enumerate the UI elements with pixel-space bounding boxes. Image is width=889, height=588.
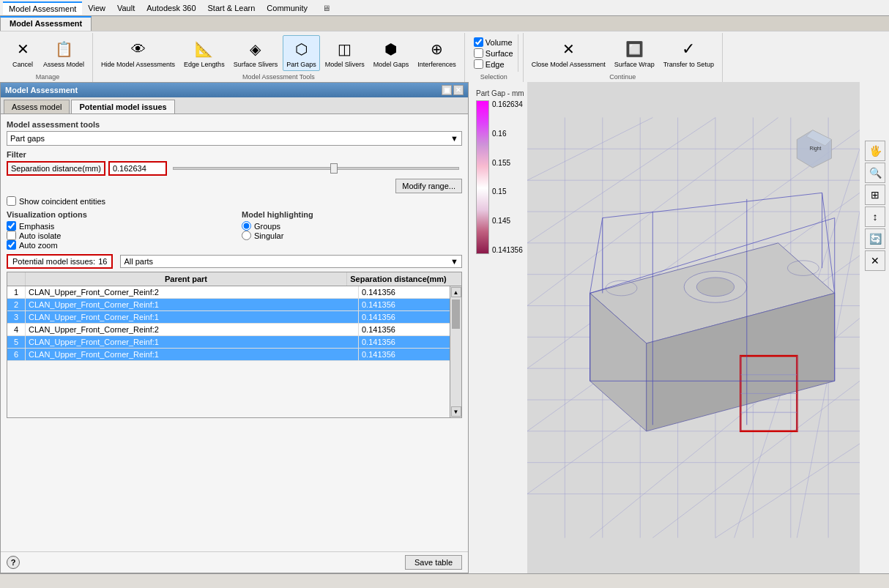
tools-dropdown[interactable]: Part gaps ▼ <box>7 131 462 146</box>
slider-track <box>173 161 459 176</box>
model-gaps-icon: ⬢ <box>379 37 403 61</box>
menu-autodesk360[interactable]: Autodesk 360 <box>141 2 201 14</box>
volume-label: Volume <box>486 38 513 47</box>
slider-thumb[interactable] <box>330 163 338 174</box>
auto-isolate-checkbox[interactable] <box>7 231 16 240</box>
show-coincident-checkbox[interactable] <box>7 196 16 206</box>
assess-model-button[interactable]: 📋 Assess Model <box>40 35 88 71</box>
table-row[interactable]: 6 CLAN_Upper_Front_Corner_Reinf:1 0.1413… <box>7 349 461 361</box>
viz-section: Visualization options Emphasis Auto isol… <box>7 210 227 250</box>
viz-label: Visualization options <box>7 210 227 219</box>
scrollbar-thumb[interactable] <box>452 299 460 329</box>
modify-range-button[interactable]: Modify range... <box>395 179 462 193</box>
surface-wrap-button[interactable]: 🔲 Surface Wrap <box>611 35 658 71</box>
groups-radio[interactable] <box>242 221 251 231</box>
nav-close-btn[interactable]: ✕ <box>865 250 885 271</box>
singular-radio-row: Singular <box>242 231 462 240</box>
menu-model-assessment[interactable]: Model Assessment <box>3 1 82 15</box>
emphasis-checkbox[interactable] <box>7 221 16 231</box>
row4-part: CLAN_Upper_Front_Corner_Reinf:2 <box>26 324 359 335</box>
menu-view[interactable]: View <box>82 2 111 14</box>
part-gaps-button[interactable]: ⬡ Part Gaps <box>283 35 320 71</box>
table-scrollbar[interactable]: ▲ ▼ <box>450 286 461 417</box>
singular-radio-label: Singular <box>254 231 283 240</box>
model-slivers-label: Model Slivers <box>325 61 365 69</box>
row3-sep: 0.141356 <box>359 311 461 323</box>
row2-part: CLAN_Upper_Front_Corner_Reinf:1 <box>26 299 359 310</box>
cancel-button[interactable]: ✕ Cancel <box>7 35 38 71</box>
menu-community[interactable]: Community <box>261 2 313 14</box>
tab-potential-issues[interactable]: Potential model issues <box>71 100 174 113</box>
ribbon-group-continue: ✕ Close Model Assessment 🔲 Surface Wrap … <box>524 33 723 82</box>
nav-zoom-btn[interactable]: 🔍 <box>865 163 885 183</box>
close-model-assessment-button[interactable]: ✕ Close Model Assessment <box>528 35 609 71</box>
table-row[interactable]: 1 CLAN_Upper_Front_Corner_Reinf:2 0.1413… <box>7 286 461 299</box>
edge-checkbox-row[interactable]: Edge <box>474 59 513 69</box>
volume-checkbox-row[interactable]: Volume <box>474 37 513 47</box>
separation-distance-label: Separation distance(mm) <box>7 161 105 176</box>
volume-checkbox[interactable] <box>474 37 483 47</box>
model-svg: Right <box>527 82 860 573</box>
row4-num: 4 <box>7 324 26 335</box>
save-table-button[interactable]: Save table <box>405 555 462 570</box>
close-assessment-icon: ✕ <box>557 37 580 61</box>
nav-fit-btn[interactable]: ⊞ <box>865 185 885 205</box>
interferences-button[interactable]: ⊕ Interferences <box>414 35 460 71</box>
row6-num: 6 <box>7 349 26 360</box>
issues-filter-arrow: ▼ <box>450 257 458 266</box>
table-row[interactable]: 2 CLAN_Upper_Front_Corner_Reinf:1 0.1413… <box>7 299 461 311</box>
manage-buttons: ✕ Cancel 📋 Assess Model <box>7 34 88 72</box>
help-button[interactable]: ? <box>7 556 20 569</box>
tools-dropdown-value: Part gaps <box>10 134 45 143</box>
separation-distance-input[interactable] <box>108 161 167 176</box>
row5-part: CLAN_Upper_Front_Corner_Reinf:1 <box>26 336 359 348</box>
transfer-icon: ✓ <box>677 37 700 61</box>
ribbon: Model Assessment ✕ Cancel 📋 Assess Model… <box>0 16 889 82</box>
tools-buttons: 👁 Hide Model Assessments 📐 Edge Lengths … <box>97 34 460 72</box>
panel-close-button[interactable]: ✕ <box>453 85 464 95</box>
scroll-up-btn[interactable]: ▲ <box>451 287 461 297</box>
surface-checkbox[interactable] <box>474 48 483 58</box>
model-slivers-button[interactable]: ◫ Model Slivers <box>321 35 368 71</box>
singular-radio[interactable] <box>242 231 251 240</box>
status-bar <box>0 573 889 588</box>
edge-lengths-button[interactable]: 📐 Edge Lengths <box>180 35 228 71</box>
hide-model-assessments-button[interactable]: 👁 Hide Model Assessments <box>97 35 179 71</box>
svg-point-38 <box>696 278 734 297</box>
svg-text:Right: Right <box>809 146 821 152</box>
viewport-3d[interactable]: Right <box>527 82 860 573</box>
table-row[interactable]: 4 CLAN_Upper_Front_Corner_Reinf:2 0.1413… <box>7 324 461 336</box>
model-highlighting-section: Model highlighting Groups Singular <box>242 210 462 250</box>
tab-assess-model[interactable]: Assess model <box>4 100 70 113</box>
part-gaps-icon: ⬡ <box>289 37 313 61</box>
nav-pan-btn[interactable]: 🖐 <box>865 141 885 161</box>
nav-rotate-btn[interactable]: 🔄 <box>865 228 885 249</box>
panel-restore-button[interactable]: ▣ <box>442 85 452 95</box>
svg-line-48 <box>603 193 822 217</box>
scroll-down-btn[interactable]: ▼ <box>451 406 461 417</box>
surface-slivers-button[interactable]: ◈ Surface Slivers <box>230 35 282 71</box>
model-gaps-button[interactable]: ⬢ Model Gaps <box>370 35 413 71</box>
auto-zoom-checkbox[interactable] <box>7 240 16 250</box>
row2-sep: 0.141356 <box>359 299 461 310</box>
transfer-to-setup-button[interactable]: ✓ Transfer to Setup <box>660 35 718 71</box>
table-row[interactable]: 5 CLAN_Upper_Front_Corner_Reinf:1 0.1413… <box>7 336 461 349</box>
nav-toolbar: 🖐 🔍 ⊞ ↕ 🔄 ✕ <box>865 141 885 271</box>
legend-title: Part Gap - mm <box>476 89 524 97</box>
issues-table: Parent part Separation distance(mm) 1 CL… <box>7 272 462 418</box>
edge-checkbox[interactable] <box>474 59 483 69</box>
ribbon-tab-model-assessment[interactable]: Model Assessment <box>0 16 92 31</box>
issues-filter-row: Potential model issues: 16 All parts ▼ <box>7 254 462 269</box>
menu-vault[interactable]: Vault <box>111 2 141 14</box>
hide-label: Hide Model Assessments <box>101 61 175 69</box>
surface-checkbox-row[interactable]: Surface <box>474 48 513 58</box>
nav-orbit-btn[interactable]: ↕ <box>865 206 885 227</box>
issues-filter-dropdown[interactable]: All parts ▼ <box>120 255 462 268</box>
selection-items: Volume Surface Edge <box>469 34 518 72</box>
surface-slivers-icon: ◈ <box>244 37 267 61</box>
groups-radio-row: Groups <box>242 221 462 231</box>
ribbon-group-tools: 👁 Hide Model Assessments 📐 Edge Lengths … <box>93 33 465 82</box>
table-row[interactable]: 3 CLAN_Upper_Front_Corner_Reinf:1 0.1413… <box>7 311 461 324</box>
menu-start-learn[interactable]: Start & Learn <box>202 2 261 14</box>
surface-wrap-icon: 🔲 <box>622 37 646 61</box>
